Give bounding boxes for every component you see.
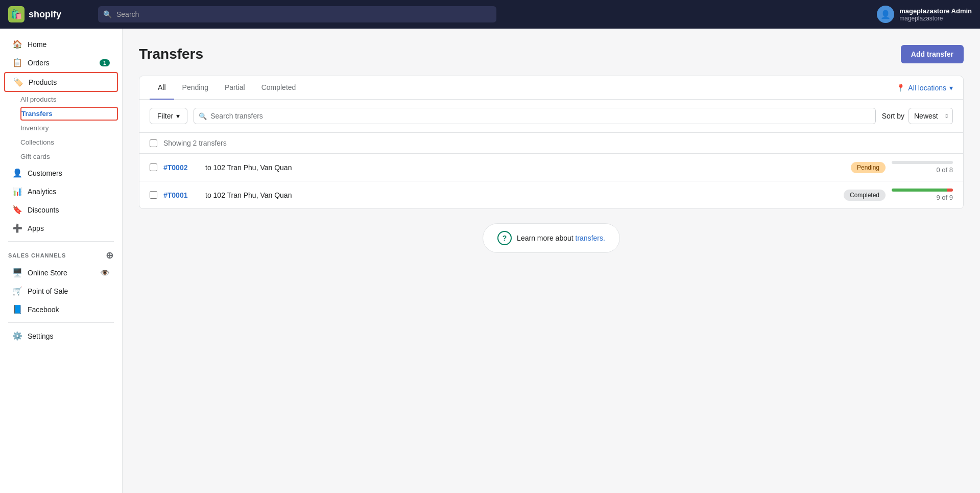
locations-button[interactable]: 📍 All locations ▾ [896, 84, 953, 92]
progress-fill-red-t0001 [947, 189, 953, 192]
transfer-row-t0001[interactable]: #T0001 to 102 Tran Phu, Van Quan Complet… [139, 181, 963, 208]
tabs: All Pending Partial Completed [150, 76, 304, 99]
top-navigation: 🛍️ shopify 🔍 👤 mageplazastore Admin mage… [0, 0, 980, 29]
tab-partial[interactable]: Partial [217, 76, 253, 100]
tab-completed[interactable]: Completed [253, 76, 304, 100]
search-bar: 🔍 [98, 6, 496, 22]
search-input[interactable] [98, 6, 496, 22]
sidebar-label-facebook: Facebook [28, 306, 59, 314]
showing-label: Showing 2 transfers [163, 139, 227, 147]
sidebar-item-discounts[interactable]: 🔖 Discounts [4, 201, 118, 219]
progress-fill-green-t0001 [892, 189, 947, 192]
user-area: 👤 mageplazastore Admin mageplazastore [877, 6, 972, 23]
user-store: mageplazastore [899, 15, 972, 22]
filter-row: Filter ▾ 🔍 Sort by Newest Oldest [139, 100, 963, 133]
sidebar-item-apps[interactable]: ➕ Apps [4, 219, 118, 237]
home-icon: 🏠 [12, 39, 22, 49]
sidebar-label-products: Products [29, 78, 57, 86]
learn-more-text: Learn more about transfers. [517, 234, 605, 242]
pos-icon: 🛒 [12, 286, 22, 296]
sidebar-label-orders: Orders [28, 59, 50, 67]
sidebar-item-settings[interactable]: ⚙️ Settings [4, 327, 118, 345]
sidebar-sub-collections[interactable]: Collections [20, 135, 118, 149]
filter-button[interactable]: Filter ▾ [150, 108, 187, 124]
progress-bar-t0002 [892, 161, 953, 164]
avatar: 👤 [877, 6, 894, 23]
sidebar-label-analytics: Analytics [28, 187, 56, 196]
sidebar-item-products[interactable]: 🏷️ Products [4, 72, 118, 92]
progress-area-t0002: 0 of 8 [892, 161, 953, 174]
eye-icon[interactable]: 👁️ [100, 268, 110, 277]
sort-select[interactable]: Newest Oldest [909, 108, 953, 124]
sidebar-item-home[interactable]: 🏠 Home [4, 35, 118, 53]
sidebar-sub-gift-cards[interactable]: Gift cards [20, 150, 118, 163]
sidebar-sub-all-products[interactable]: All products [20, 92, 118, 106]
sidebar-sub-transfers[interactable]: Transfers [20, 107, 118, 121]
add-sales-channel-button[interactable]: ⊕ [106, 250, 114, 261]
logo[interactable]: 🛍️ shopify [8, 6, 90, 22]
learn-more-box: ? Learn more about transfers. [483, 223, 620, 253]
sidebar-label-home: Home [28, 40, 46, 49]
settings-icon: ⚙️ [12, 331, 22, 341]
main-content: Transfers Add transfer All Pending Parti… [123, 29, 980, 493]
sort-by-label: Sort by [882, 112, 904, 120]
sidebar-item-customers[interactable]: 👤 Customers [4, 164, 118, 182]
tabs-row: All Pending Partial Completed 📍 All loca… [139, 76, 963, 100]
transfer-id-t0001: #T0001 [163, 191, 199, 199]
progress-bar-dual-t0001 [892, 189, 953, 192]
search-transfers-container: 🔍 [194, 108, 876, 124]
sidebar-label-apps: Apps [28, 224, 44, 232]
sidebar: 🏠 Home 📋 Orders 1 🏷️ Products All produc… [0, 29, 123, 493]
search-transfers-input[interactable] [194, 108, 876, 124]
sidebar-label-settings: Settings [28, 332, 54, 340]
learn-more-section: ? Learn more about transfers. [139, 223, 964, 253]
progress-count-t0002: 0 of 8 [892, 166, 953, 174]
learn-more-link[interactable]: transfers. [576, 234, 605, 242]
sidebar-label-discounts: Discounts [28, 206, 59, 214]
transfers-card: All Pending Partial Completed 📍 All loca… [139, 76, 964, 209]
transfer-dest-t0002: to 102 Tran Phu, Van Quan [205, 163, 845, 172]
table-header-row: Showing 2 transfers [139, 133, 963, 154]
transfer-row-t0002[interactable]: #T0002 to 102 Tran Phu, Van Quan Pending… [139, 154, 963, 181]
sidebar-label-pos: Point of Sale [28, 287, 68, 295]
user-name: mageplazastore Admin [899, 7, 972, 15]
search-icon: 🔍 [103, 10, 112, 18]
sidebar-divider-2 [8, 322, 114, 323]
sales-channels-title: SALES CHANNELS ⊕ [0, 246, 122, 263]
analytics-icon: 📊 [12, 186, 22, 196]
location-pin-icon: 📍 [896, 84, 905, 92]
search-transfers-icon: 🔍 [199, 112, 207, 120]
sort-area: Sort by Newest Oldest [882, 108, 953, 124]
products-icon: 🏷️ [13, 77, 23, 87]
sidebar-sub-inventory[interactable]: Inventory [20, 121, 118, 135]
transfer-checkbox-t0002[interactable] [150, 163, 157, 171]
status-badge-t0002: Pending [851, 162, 886, 173]
sidebar-item-analytics[interactable]: 📊 Analytics [4, 182, 118, 200]
tab-pending[interactable]: Pending [174, 76, 217, 100]
tab-all[interactable]: All [150, 76, 174, 100]
page-header: Transfers Add transfer [139, 45, 964, 63]
user-info: mageplazastore Admin mageplazastore [899, 7, 972, 22]
chevron-down-icon: ▾ [949, 84, 953, 92]
online-store-icon: 🖥️ [12, 268, 22, 277]
select-all-checkbox[interactable] [150, 139, 157, 147]
locations-label: All locations [908, 84, 946, 92]
status-badge-t0001: Completed [844, 190, 886, 201]
progress-area-t0001: 9 of 9 [892, 189, 953, 201]
help-circle-icon: ? [497, 231, 512, 245]
shopify-logo-icon: 🛍️ [8, 6, 25, 22]
sidebar-item-point-of-sale[interactable]: 🛒 Point of Sale [4, 282, 118, 300]
add-transfer-button[interactable]: Add transfer [901, 45, 964, 63]
sidebar-item-facebook[interactable]: 📘 Facebook [4, 300, 118, 318]
filter-chevron-icon: ▾ [176, 112, 180, 120]
progress-count-t0001: 9 of 9 [892, 194, 953, 201]
sidebar-divider [8, 241, 114, 242]
customers-icon: 👤 [12, 168, 22, 178]
transfer-checkbox-t0001[interactable] [150, 191, 157, 199]
products-submenu: All products Transfers Inventory Collect… [0, 92, 122, 163]
sidebar-item-online-store[interactable]: 🖥️ Online Store 👁️ [4, 264, 118, 281]
orders-icon: 📋 [12, 58, 22, 67]
sidebar-label-customers: Customers [28, 169, 62, 177]
logo-text: shopify [29, 9, 61, 20]
sidebar-item-orders[interactable]: 📋 Orders 1 [4, 54, 118, 72]
